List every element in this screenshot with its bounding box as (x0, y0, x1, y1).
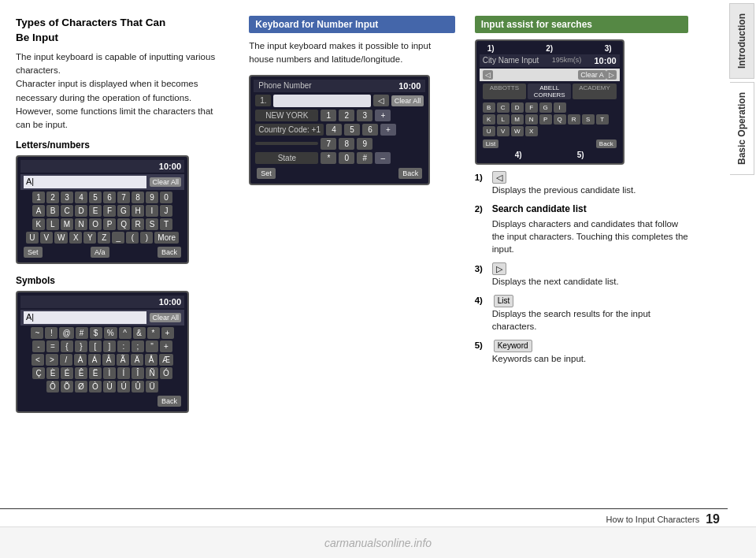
as-alpha-f[interactable]: F (525, 102, 538, 113)
ks-input-field[interactable]: A| (24, 176, 146, 188)
ks-key[interactable]: L (46, 218, 59, 230)
as-input-clear[interactable]: Clear A (578, 70, 606, 80)
ks-key[interactable]: E (89, 205, 102, 217)
ks-key[interactable]: X (69, 232, 82, 244)
ks-key[interactable]: W (54, 232, 68, 244)
item-desc-5: Keywords can be input. (492, 352, 587, 365)
nks-row3: Country Code: +1 4 5 6 + (254, 124, 425, 136)
as-alpha-i[interactable]: I (554, 102, 566, 113)
as-alpha-t[interactable]: T (596, 114, 609, 125)
sym-ks-input-field[interactable]: A| (24, 311, 146, 324)
as-alpha-w[interactable]: W (511, 126, 524, 136)
ks-key[interactable]: J (160, 205, 172, 217)
ks-more-key[interactable]: More (154, 232, 179, 244)
as-alpha-r[interactable]: R (568, 114, 580, 125)
as-alpha-l[interactable]: L (497, 114, 510, 125)
ks-key[interactable]: M (61, 218, 73, 230)
sym-back-btn[interactable]: Back (158, 396, 181, 407)
ks-back-btn[interactable]: Back (158, 247, 181, 258)
ks-key[interactable]: 5 (89, 192, 102, 203)
as-next-btn[interactable]: ▷ (606, 70, 617, 80)
nks-bottom: Set Back (254, 166, 425, 180)
as-alpha-s[interactable]: S (582, 114, 595, 125)
as-alpha-g[interactable]: G (539, 102, 552, 113)
ks-key[interactable]: 3 (61, 192, 73, 203)
nks-arrow-left[interactable]: ◁ (373, 95, 389, 106)
nks-back-btn[interactable]: Back (398, 168, 422, 179)
ks-key[interactable]: N (75, 218, 87, 230)
ks-key[interactable]: 7 (117, 192, 130, 203)
ks-key[interactable]: H (132, 205, 144, 217)
sym-ks-input-row: A| Clear All (20, 310, 184, 326)
ks-clear-btn[interactable]: Clear All (150, 177, 181, 187)
ks-key[interactable]: 2 (46, 192, 59, 203)
ks-key[interactable]: R (132, 218, 144, 230)
ks-key[interactable]: D (75, 205, 87, 217)
ks-key[interactable]: K (32, 218, 45, 230)
ks-key[interactable]: F (103, 205, 116, 217)
as-alpha-x[interactable]: X (525, 126, 538, 136)
as-alpha-m[interactable]: M (511, 114, 524, 125)
as-alpha-n[interactable]: N (525, 114, 538, 125)
as-alpha-p[interactable]: P (539, 114, 552, 125)
as-alpha-u[interactable]: U (483, 126, 495, 136)
ks-key[interactable]: I (146, 205, 158, 217)
ks-key[interactable]: _ (112, 232, 124, 244)
ks-key[interactable]: B (46, 205, 59, 217)
ks-key[interactable]: A (32, 205, 45, 217)
nks-row2: NEW YORK 1 2 3 + (254, 110, 425, 121)
ks-key[interactable]: 8 (132, 192, 144, 203)
ks-key[interactable]: Z (98, 232, 110, 244)
as-alpha-v[interactable]: V (497, 126, 510, 136)
page-container: Types of Characters That Can Be Input Th… (0, 0, 756, 558)
nks-clear[interactable]: Clear All (391, 95, 424, 106)
as-alpha-d[interactable]: D (511, 102, 524, 113)
ks-key[interactable]: ) (140, 232, 153, 244)
ks-key[interactable]: Q (117, 218, 130, 230)
ks-key[interactable]: T (160, 218, 172, 230)
ks-key[interactable]: 6 (103, 192, 116, 203)
item-num-1: 1) (475, 171, 487, 196)
as-prev-btn[interactable]: ◁ (483, 70, 493, 80)
as-back-btn[interactable]: Back (596, 140, 617, 148)
section-body: The input keyboard is capable of inputti… (16, 50, 221, 132)
middle-header: Keyboard for Number Input (249, 16, 454, 33)
item-num-3: 3) (475, 262, 487, 288)
as-list-btn[interactable]: List (483, 140, 498, 148)
nks-set-btn[interactable]: Set (257, 168, 276, 179)
sidebar-tab-basic-operation[interactable]: Basic Operation (730, 82, 754, 175)
ks-key[interactable]: 0 (160, 192, 172, 203)
as-candidate-1[interactable]: ABBOTTS (483, 84, 526, 99)
as-candidate-2[interactable]: ABELL CORNERS (528, 84, 571, 99)
as-alpha-c[interactable]: C (497, 102, 510, 113)
top-num-labels: 1) 2) 3) (480, 44, 620, 54)
sym-ks-clear-btn[interactable]: Clear All (150, 313, 181, 322)
label-3: 3) (605, 44, 612, 53)
sidebar-tab-introduction[interactable]: Introduction (729, 3, 754, 79)
as-bottom-bar: List Back (480, 138, 620, 150)
ks-aa-btn[interactable]: A/a (91, 247, 109, 258)
sym-row4: Ç È É Ê Ë Ì Í Î Ñ Ó (20, 367, 184, 379)
ks-key[interactable]: O (89, 218, 102, 230)
ks-set-btn[interactable]: Set (24, 247, 43, 258)
ks-key[interactable]: 4 (75, 192, 87, 203)
as-alpha-q[interactable]: Q (554, 114, 566, 125)
item-content-5: Keyword Keywords can be input. (492, 339, 587, 365)
ks-key[interactable]: S (146, 218, 158, 230)
as-alpha-b[interactable]: B (483, 102, 495, 113)
page-footer: How to Input Characters 19 (0, 508, 728, 526)
as-alpha-k[interactable]: K (483, 114, 495, 125)
ks-key[interactable]: C (61, 205, 73, 217)
ks-num-row: 1 2 3 4 5 6 7 8 9 0 (20, 192, 184, 203)
keyword-btn-label: Keyword (494, 340, 532, 352)
ks-key[interactable]: 1 (32, 192, 45, 203)
ks-key[interactable]: P (103, 218, 116, 230)
ks-key[interactable]: 9 (146, 192, 158, 203)
as-input-bar: ◁ Clear A ▷ (480, 69, 620, 81)
ks-key[interactable]: G (117, 205, 130, 217)
as-candidate-3[interactable]: ACADEMY (573, 84, 616, 99)
ks-key[interactable]: Y (83, 232, 96, 244)
ks-key[interactable]: ( (126, 232, 139, 244)
ks-key[interactable]: V (40, 232, 53, 244)
ks-key[interactable]: U (26, 232, 39, 244)
